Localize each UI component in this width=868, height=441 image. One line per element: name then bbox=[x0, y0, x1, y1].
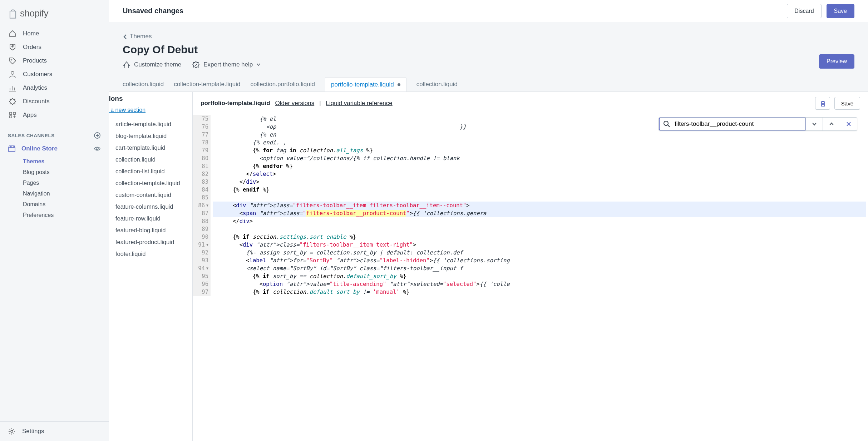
home-icon bbox=[9, 30, 16, 38]
tab-4[interactable]: collection.liquid bbox=[416, 77, 458, 91]
page-title: Copy Of Debut bbox=[123, 44, 261, 56]
svg-rect-3 bbox=[13, 112, 15, 114]
nav-home[interactable]: Home bbox=[4, 27, 104, 40]
channel-online-store[interactable]: Online Store bbox=[0, 142, 109, 155]
plus-circle-icon[interactable] bbox=[94, 132, 101, 139]
file-item[interactable]: footer.liquid bbox=[109, 248, 192, 260]
delete-file-button[interactable] bbox=[815, 97, 830, 110]
file-item[interactable]: featured-product.liquid bbox=[109, 236, 192, 248]
topbar: Unsaved changes Discard Save bbox=[109, 0, 868, 22]
nav-customers[interactable]: Customers bbox=[4, 68, 104, 81]
chevron-down-icon bbox=[812, 121, 817, 127]
subnav-preferences[interactable]: Preferences bbox=[23, 210, 109, 220]
nav-products[interactable]: Products bbox=[4, 54, 104, 68]
search-prev-button[interactable] bbox=[823, 118, 840, 130]
nav-discounts[interactable]: Discounts bbox=[4, 95, 104, 108]
file-tabs: collection.liquid collection-template.li… bbox=[109, 77, 868, 91]
customize-theme-link[interactable]: Customize theme bbox=[123, 61, 181, 69]
svg-point-1 bbox=[11, 71, 14, 74]
expert-icon bbox=[192, 61, 200, 69]
file-item[interactable]: featured-blog.liquid bbox=[109, 224, 192, 236]
editor-search-bar bbox=[659, 117, 857, 131]
brand-logo: shopify bbox=[0, 4, 109, 25]
file-list-panel: ections dd a new section article-templat… bbox=[109, 92, 193, 441]
file-item[interactable]: feature-columns.liquid bbox=[109, 201, 192, 213]
discard-button[interactable]: Discard bbox=[787, 4, 821, 18]
gear-icon bbox=[8, 427, 16, 435]
file-item[interactable]: collection-list.liquid bbox=[109, 165, 192, 177]
apps-icon bbox=[9, 111, 16, 119]
subnav-navigation[interactable]: Navigation bbox=[23, 188, 109, 199]
subnav-pages[interactable]: Pages bbox=[23, 178, 109, 188]
close-icon bbox=[846, 121, 852, 127]
file-item[interactable]: blog-template.liquid bbox=[109, 130, 192, 142]
discount-icon bbox=[9, 98, 16, 105]
unsaved-status: Unsaved changes bbox=[123, 7, 183, 15]
content-header: Themes Copy Of Debut Customize theme bbox=[109, 22, 868, 77]
customize-icon bbox=[123, 61, 130, 69]
chevron-down-icon bbox=[256, 63, 261, 67]
sidebar: shopify Home Orders Products Customers A… bbox=[0, 0, 109, 441]
file-item[interactable]: collection-template.liquid bbox=[109, 177, 192, 189]
code-panel: portfolio-template.liquid Older versions… bbox=[193, 92, 868, 441]
chevron-up-icon bbox=[829, 121, 834, 127]
tab-3[interactable]: portfolio-template.liquid bbox=[325, 77, 406, 92]
search-input[interactable] bbox=[675, 120, 801, 128]
search-next-button[interactable] bbox=[805, 118, 823, 130]
svg-point-0 bbox=[11, 59, 12, 60]
open-file-name: portfolio-template.liquid bbox=[201, 100, 270, 107]
primary-nav: Home Orders Products Customers Analytics… bbox=[0, 25, 109, 124]
sales-channels-heading: SALES CHANNELS bbox=[0, 124, 109, 142]
orders-icon bbox=[9, 43, 16, 51]
tab-0[interactable]: collection.liquid bbox=[123, 77, 164, 91]
tab-1[interactable]: collection-template.liquid bbox=[174, 77, 240, 91]
unsaved-dot-icon bbox=[398, 83, 400, 86]
brand-name: shopify bbox=[20, 8, 48, 19]
section-heading: ections bbox=[109, 93, 192, 106]
main-content: Unsaved changes Discard Save Themes Copy… bbox=[109, 0, 868, 441]
code-editor[interactable]: 757677787980818283848586▼8788899091▼9293… bbox=[193, 115, 868, 441]
expert-help-link[interactable]: Expert theme help bbox=[192, 61, 261, 69]
preview-button[interactable]: Preview bbox=[819, 54, 854, 69]
svg-point-6 bbox=[96, 148, 98, 150]
subnav-themes[interactable]: Themes bbox=[23, 156, 109, 167]
svg-rect-4 bbox=[10, 116, 12, 118]
trash-icon bbox=[819, 100, 826, 106]
add-section-link[interactable]: dd a new section bbox=[109, 106, 192, 118]
code-toolbar: portfolio-template.liquid Older versions… bbox=[193, 92, 868, 115]
nav-apps[interactable]: Apps bbox=[4, 108, 104, 122]
nav-settings[interactable]: Settings bbox=[0, 421, 109, 441]
liquid-reference-link[interactable]: Liquid variable reference bbox=[326, 100, 393, 107]
file-item[interactable]: feature-row.liquid bbox=[109, 213, 192, 224]
file-item[interactable]: article-template.liquid bbox=[109, 118, 192, 130]
search-close-button[interactable] bbox=[840, 118, 857, 130]
tab-2[interactable]: collection.portfolio.liquid bbox=[250, 77, 315, 91]
subnav-blog-posts[interactable]: Blog posts bbox=[23, 167, 109, 178]
nav-orders[interactable]: Orders bbox=[4, 40, 104, 54]
storefront-icon bbox=[8, 145, 16, 153]
file-item[interactable]: cart-template.liquid bbox=[109, 142, 192, 154]
tag-icon bbox=[9, 57, 16, 65]
chart-icon bbox=[9, 84, 16, 92]
nav-analytics[interactable]: Analytics bbox=[4, 81, 104, 95]
breadcrumb-back[interactable]: Themes bbox=[123, 33, 854, 40]
shopify-bag-icon bbox=[8, 8, 18, 19]
person-icon bbox=[9, 70, 16, 78]
save-button[interactable]: Save bbox=[827, 4, 854, 18]
eye-icon[interactable] bbox=[94, 145, 101, 152]
svg-rect-2 bbox=[10, 112, 12, 114]
chevron-left-icon bbox=[123, 34, 128, 39]
file-item[interactable]: collection.liquid bbox=[109, 154, 192, 165]
editor-save-button[interactable]: Save bbox=[834, 97, 860, 110]
svg-point-7 bbox=[11, 430, 13, 432]
subnav-domains[interactable]: Domains bbox=[23, 199, 109, 210]
svg-point-8 bbox=[664, 121, 668, 125]
older-versions-link[interactable]: Older versions bbox=[275, 100, 315, 107]
search-icon bbox=[663, 120, 670, 128]
editor-area: ections dd a new section article-templat… bbox=[109, 91, 868, 441]
online-store-subnav: Themes Blog posts Pages Navigation Domai… bbox=[0, 155, 109, 224]
file-item[interactable]: custom-content.liquid bbox=[109, 189, 192, 201]
